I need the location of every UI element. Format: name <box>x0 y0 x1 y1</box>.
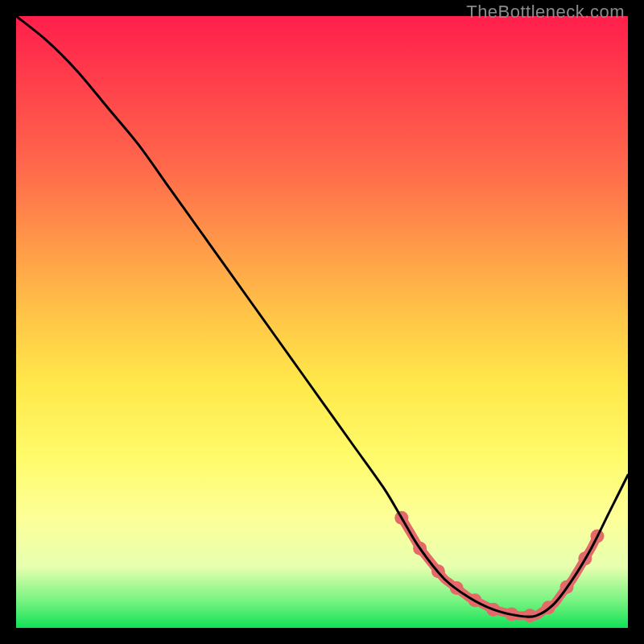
curve-path <box>16 16 628 617</box>
highlight-path <box>402 518 597 616</box>
attribution-text: TheBottleneck.com <box>466 2 625 23</box>
plot-area <box>16 16 628 628</box>
highlight-group <box>394 511 604 623</box>
chart-stage: TheBottleneck.com <box>0 0 644 644</box>
chart-svg <box>16 16 628 628</box>
highlight-dots <box>394 511 604 623</box>
